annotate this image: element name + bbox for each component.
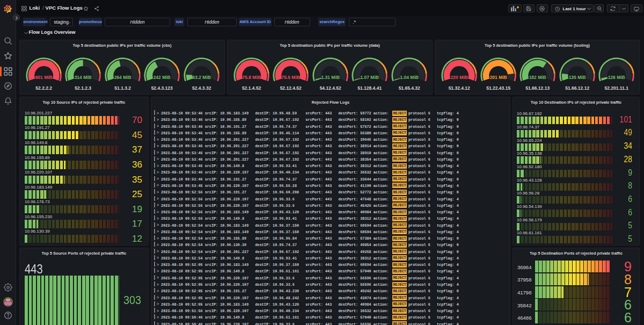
svg-text:52.12.4.52: 52.12.4.52 bbox=[280, 85, 302, 91]
svg-text:135 MiB: 135 MiB bbox=[568, 75, 586, 80]
svg-text:75.8 MiB: 75.8 MiB bbox=[242, 75, 260, 80]
svg-text:52.201.11.1: 52.201.11.1 bbox=[604, 85, 628, 91]
svg-text:601 MiB: 601 MiB bbox=[35, 75, 53, 80]
svg-text:51.66.12.13: 51.66.12.13 bbox=[526, 85, 550, 91]
svg-text:51.66.12.12: 51.66.12.12 bbox=[565, 85, 589, 91]
svg-text:242 MiB: 242 MiB bbox=[153, 75, 171, 80]
svg-text:314 MiB: 314 MiB bbox=[75, 75, 92, 80]
svg-text:52.1.4.52: 52.1.4.52 bbox=[242, 85, 261, 91]
svg-text:264 MiB: 264 MiB bbox=[114, 75, 131, 80]
svg-text:52.1.2.3: 52.1.2.3 bbox=[75, 85, 92, 91]
svg-text:220 MiB: 220 MiB bbox=[451, 75, 468, 80]
svg-text:182 MiB: 182 MiB bbox=[529, 75, 546, 80]
svg-text:1.04 MiB: 1.04 MiB bbox=[400, 75, 418, 80]
svg-text:1.31 MiB: 1.31 MiB bbox=[321, 75, 339, 80]
svg-text:51.32.4.12: 51.32.4.12 bbox=[449, 85, 470, 91]
svg-text:1.07 MiB: 1.07 MiB bbox=[361, 75, 379, 80]
svg-text:52.2.2.2: 52.2.2.2 bbox=[35, 85, 52, 91]
svg-text:51.22.43.15: 51.22.43.15 bbox=[486, 85, 510, 91]
svg-text:126 MiB: 126 MiB bbox=[608, 75, 625, 80]
svg-text:51.65.4.32: 51.65.4.32 bbox=[398, 85, 420, 91]
svg-text:54.12.4.52: 54.12.4.52 bbox=[319, 85, 341, 91]
svg-text:75.5 MiB: 75.5 MiB bbox=[282, 75, 300, 80]
svg-text:52.4.3.123: 52.4.3.123 bbox=[151, 85, 173, 91]
svg-text:51.1.3.2: 51.1.3.2 bbox=[114, 85, 131, 91]
svg-text:63.2 MiB: 63.2 MiB bbox=[192, 75, 210, 80]
svg-text:201 MiB: 201 MiB bbox=[490, 75, 507, 80]
svg-text:52.4.3.32: 52.4.3.32 bbox=[192, 85, 211, 91]
svg-text:51.128.4.41: 51.128.4.41 bbox=[357, 85, 382, 91]
